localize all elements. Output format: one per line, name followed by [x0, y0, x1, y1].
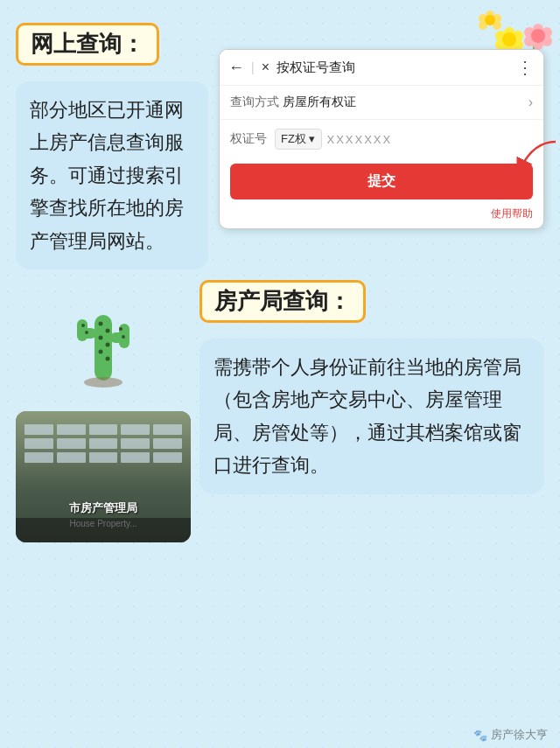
svg-point-42	[122, 335, 125, 339]
row-arrow-icon: ›	[528, 94, 533, 110]
cert-input-value: XXXXXXX	[327, 133, 393, 146]
svg-point-41	[119, 327, 122, 331]
svg-point-40	[85, 331, 88, 334]
phone-screen: ← | × 按权证号查询 ⋮ 查询方式 房屋所有权证 › 权证号	[219, 49, 544, 229]
main-content: 网上查询： 部分地区已开通网上房产信息查询服务。可通过搜索引擎查找所在地的房产管…	[0, 0, 560, 551]
building-photo: 市房产管理局 House Property...	[16, 411, 191, 542]
svg-point-33	[99, 321, 103, 325]
svg-point-36	[106, 342, 110, 346]
svg-point-38	[106, 356, 110, 360]
cactus-illustration	[16, 280, 191, 402]
bureau-query-text: 需携带个人身份证前往当地的房管局（包含房地产交易中心、房屋管理局、房管处等），通…	[200, 339, 544, 494]
top-right-panel: ← | × 按权证号查询 ⋮ 查询方式 房屋所有权证 › 权证号	[219, 23, 544, 269]
query-type-value: 房屋所有权证	[283, 94, 528, 110]
watermark: 🐾 房产徐大亨	[473, 727, 548, 743]
cactus-svg	[64, 289, 143, 394]
watermark-icon: 🐾	[473, 729, 487, 742]
submit-button[interactable]: 提交	[230, 164, 533, 199]
svg-rect-30	[77, 319, 88, 341]
svg-point-37	[99, 349, 103, 353]
phone-title: 按权证号查询	[276, 59, 509, 76]
watermark-text: 房产徐大亨	[491, 727, 548, 743]
cert-number-row: 权证号 FZ权 ▾ XXXXXXX	[220, 120, 543, 158]
svg-point-43	[84, 377, 122, 388]
online-query-title: 网上查询：	[16, 23, 159, 66]
svg-point-35	[99, 335, 103, 339]
building-cn-text: 市房产管理局	[16, 500, 191, 516]
menu-icon[interactable]: ⋮	[516, 57, 535, 78]
building-windows	[24, 424, 182, 463]
cert-label: 权证号	[230, 131, 270, 147]
bottom-section: 市房产管理局 House Property... 房产局查询： 需携带个人身份证…	[16, 280, 544, 542]
phone-header: ← | × 按权证号查询 ⋮	[220, 50, 543, 86]
svg-point-39	[81, 324, 85, 327]
svg-point-34	[106, 328, 110, 332]
cert-type-select[interactable]: FZ权 ▾	[275, 129, 322, 150]
red-arrow	[508, 137, 560, 181]
close-icon[interactable]: ×	[262, 59, 270, 75]
query-type-row: 查询方式 房屋所有权证 ›	[220, 86, 543, 120]
query-type-label: 查询方式	[230, 94, 283, 110]
back-arrow-icon[interactable]: ←	[228, 59, 244, 77]
bottom-right-panel: 房产局查询： 需携带个人身份证前往当地的房管局（包含房地产交易中心、房屋管理局、…	[200, 280, 544, 542]
bottom-left-panel: 市房产管理局 House Property...	[16, 280, 191, 542]
svg-rect-28	[94, 315, 112, 381]
help-link[interactable]: 使用帮助	[220, 205, 543, 228]
top-left-panel: 网上查询： 部分地区已开通网上房产信息查询服务。可通过搜索引擎查找所在地的房产管…	[16, 23, 208, 269]
online-query-text: 部分地区已开通网上房产信息查询服务。可通过搜索引擎查找所在地的房产管理局网站。	[16, 81, 208, 269]
top-section: 网上查询： 部分地区已开通网上房产信息查询服务。可通过搜索引擎查找所在地的房产管…	[16, 23, 544, 269]
bureau-query-title: 房产局查询：	[200, 280, 366, 323]
